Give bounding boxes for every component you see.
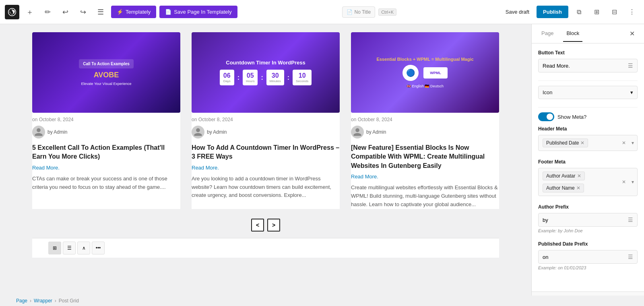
read-more-1[interactable]: Read More.	[32, 165, 60, 171]
breadcrumb-sep-2: ›	[55, 298, 56, 304]
remove-author-name-tag[interactable]: ✕	[576, 185, 580, 191]
post-grid: Call To Action Examples AVOBE Elevate Yo…	[32, 32, 499, 209]
published-date-prefix-section: Published Date Prefix ☰ Example: on 01/0…	[538, 241, 638, 270]
templately-button[interactable]: ⚡ Templately	[111, 6, 156, 18]
keyboard-shortcut: Ctrl+K	[378, 8, 396, 16]
published-date-prefix-input[interactable]	[543, 254, 628, 260]
post-title-2: How To Add A Countdown Timer In WordPres…	[192, 143, 340, 161]
author-prefix-input[interactable]	[543, 217, 628, 223]
tags-dropdown-button[interactable]: ▾	[632, 140, 634, 146]
divider-2	[538, 107, 638, 108]
topbar: ＋ ✏ ↩ ↪ ☰ ⚡ Templately 📄 Save Page In Te…	[0, 0, 644, 24]
avatar-3	[351, 126, 364, 139]
post-image-3: Essential Blocks + WPML = Multilingual M…	[351, 32, 499, 113]
save-templately-label: Save Page In Templately	[174, 9, 232, 15]
remove-published-date-tag[interactable]: ✕	[580, 140, 584, 146]
icon-select[interactable]: Icon ▾	[538, 86, 638, 99]
view-button[interactable]: ⧉	[572, 5, 586, 19]
remove-author-avatar-tag[interactable]: ✕	[577, 173, 581, 179]
post-author-1: by Admin	[32, 126, 180, 139]
button-text-input[interactable]	[543, 63, 628, 69]
footer-tags-clear-button[interactable]: ✕	[622, 179, 626, 185]
button-text-label: Button Text	[538, 50, 638, 56]
avatar-1	[32, 126, 45, 139]
post-card-1: Call To Action Examples AVOBE Elevate Yo…	[32, 32, 180, 209]
button-text-input-wrap: ☰	[538, 59, 638, 72]
details-button[interactable]: ☰	[93, 5, 108, 19]
post-title-3: [New Feature] Essential Blocks Is Now Co…	[351, 143, 499, 170]
pattern-button[interactable]: ⊞	[589, 5, 604, 19]
author-prefix-example: Example: by John Doe	[538, 228, 638, 233]
header-meta-section: Header Meta Published Date ✕ ✕ ▾	[538, 126, 638, 151]
tab-page[interactable]: Page	[538, 25, 557, 42]
published-date-prefix-input-wrap: ☰	[538, 250, 638, 264]
author-prefix-label: Author Prefix	[538, 204, 638, 210]
save-icon: 📄	[165, 9, 171, 15]
author-name-2: by Admin	[207, 129, 227, 135]
add-block-button[interactable]: ＋	[23, 5, 37, 19]
prev-page-button[interactable]: <	[251, 219, 264, 232]
overflow-button[interactable]: ⋮	[625, 5, 639, 19]
right-panel: Page Block ✕ Button Text ☰ Icon ▾	[531, 24, 644, 306]
post-card-3: Essential Blocks + WPML = Multilingual M…	[351, 32, 499, 209]
show-meta-label: Show Meta?	[557, 114, 586, 120]
breadcrumb-page[interactable]: Page	[16, 298, 27, 304]
show-meta-toggle[interactable]	[538, 112, 554, 121]
undo-button[interactable]: ↩	[58, 5, 72, 19]
pagination: < >	[32, 219, 499, 232]
breadcrumb-sep-1: ›	[30, 298, 31, 304]
panel-close-button[interactable]: ✕	[626, 28, 638, 39]
post-date-2: on October 8, 2024	[192, 117, 340, 122]
button-text-icon: ☰	[628, 62, 633, 69]
read-more-3[interactable]: Read More.	[351, 174, 378, 180]
panel-header: Page Block ✕	[532, 24, 644, 43]
footer-meta-tag-name: Author Name ✕	[543, 184, 584, 192]
published-date-prefix-example: Example: on 01/01/2023	[538, 265, 638, 270]
divider-1	[538, 81, 638, 81]
toggle-thumb	[547, 114, 553, 120]
grid-view-button[interactable]: ⊞	[48, 242, 61, 254]
publish-button[interactable]: Publish	[537, 6, 568, 18]
tags-clear-button[interactable]: ✕	[622, 140, 626, 146]
save-templately-button[interactable]: 📄 Save Page In Templately	[159, 6, 237, 18]
list-view-button[interactable]: ☰	[63, 242, 76, 254]
footer-tags-dropdown-button[interactable]: ▾	[632, 179, 634, 185]
breadcrumb: Page › Wrapper › Post Grid	[0, 296, 531, 306]
author-prefix-input-wrap: ☰	[538, 213, 638, 227]
doc-icon: 📄	[347, 9, 353, 15]
post-card-2: Countdown Timer In WordPress 06 Days : 0…	[192, 32, 340, 209]
author-name-3: by Admin	[366, 129, 386, 135]
templately-label: Templately	[126, 9, 151, 15]
show-meta-row: Show Meta?	[538, 112, 638, 121]
topbar-right: Save draft Publish ⧉ ⊞ ⊟ ⋮	[502, 5, 639, 19]
published-date-prefix-label: Published Date Prefix	[538, 241, 638, 247]
breadcrumb-wrapper[interactable]: Wrapper	[34, 298, 52, 304]
header-meta-label: Header Meta	[538, 126, 638, 132]
post-author-3: by Admin	[351, 126, 499, 139]
more-options-button[interactable]: •••	[92, 242, 105, 254]
move-up-button[interactable]: ∧	[77, 242, 90, 254]
post-date-3: on October 8, 2024	[351, 117, 499, 122]
layout: Call To Action Examples AVOBE Elevate Yo…	[0, 24, 644, 306]
post-excerpt-3: Create multilingual websites effortlessl…	[351, 184, 499, 209]
redo-button[interactable]: ↪	[76, 5, 90, 19]
button-text-section: Button Text ☰	[538, 50, 638, 72]
post-image-1: Call To Action Examples AVOBE Elevate Yo…	[32, 32, 180, 113]
chevron-down-icon: ▾	[630, 89, 633, 95]
post-excerpt-2: Are you looking to add a countdown timer…	[192, 175, 340, 200]
author-name-1: by Admin	[47, 129, 67, 135]
settings-button[interactable]: ⊟	[607, 5, 621, 19]
bottom-toolbar: ⊞ ☰ ∧ •••	[32, 238, 499, 258]
save-draft-button[interactable]: Save draft	[502, 6, 533, 18]
templately-icon: ⚡	[117, 9, 123, 15]
main-content: Call To Action Examples AVOBE Elevate Yo…	[0, 24, 531, 306]
footer-meta-section: Footer Meta Author Avatar ✕ Author Name …	[538, 159, 638, 196]
read-more-2[interactable]: Read More.	[192, 165, 219, 171]
wordpress-logo[interactable]	[5, 5, 19, 19]
tools-button[interactable]: ✏	[40, 5, 55, 19]
title-input-wrap: 📄 No Title	[342, 6, 375, 18]
icon-section: Icon ▾	[538, 86, 638, 99]
next-page-button[interactable]: >	[267, 219, 280, 232]
tab-block[interactable]: Block	[563, 25, 582, 42]
header-meta-tags-wrap: Published Date ✕ ✕ ▾	[538, 135, 638, 151]
